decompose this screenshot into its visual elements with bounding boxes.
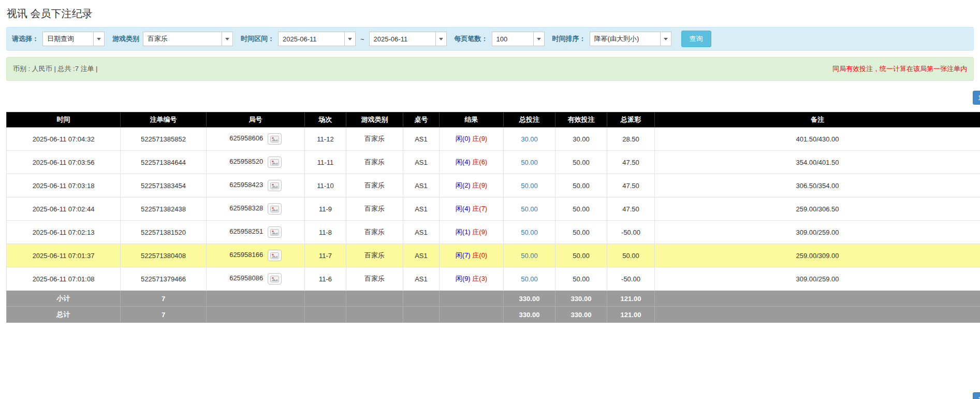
page-size-input[interactable] xyxy=(492,32,533,46)
valid-bet-notice-text: 同局有效投注，统一计算在该局第一张注单内 xyxy=(832,64,967,74)
total-bet-link[interactable]: 50.00 xyxy=(521,229,538,236)
cell-bet-id: 522571385852 xyxy=(121,127,207,151)
round-detail-icon[interactable] xyxy=(268,273,282,284)
pagination-page-1[interactable]: 1 xyxy=(973,91,980,105)
cell-round-id: 625958251 xyxy=(207,221,305,244)
table-row: 2025-06-11 07:04:32522571385852625958606… xyxy=(7,127,980,151)
total-bet-link[interactable]: 50.00 xyxy=(521,205,538,213)
round-detail-icon[interactable] xyxy=(268,250,282,261)
dice-image-icon xyxy=(270,229,279,236)
total-bet-link[interactable]: 50.00 xyxy=(521,182,538,190)
date-from-dropdown-arrow[interactable] xyxy=(344,32,356,46)
total-bet-link[interactable]: 30.00 xyxy=(521,135,538,143)
result-banker: 庄(7) xyxy=(472,205,487,212)
date-to-input[interactable] xyxy=(369,32,435,46)
total-bet-link[interactable]: 50.00 xyxy=(521,252,538,260)
column-header: 总派彩 xyxy=(607,112,655,127)
cell-table-no: AS1 xyxy=(403,244,440,267)
pagination-top: 1 xyxy=(0,81,980,112)
cell-session: 11-12 xyxy=(305,127,346,151)
cell-result: 闲(7) 庄(0) xyxy=(440,244,504,267)
cell-total-bet: 50.00 xyxy=(504,244,555,267)
date-type-select[interactable] xyxy=(42,32,93,46)
round-detail-icon[interactable] xyxy=(268,156,282,168)
cell-time: 2025-06-11 07:01:08 xyxy=(7,267,121,291)
column-header: 场次 xyxy=(305,112,346,127)
cell-game-type: 百家乐 xyxy=(346,174,403,197)
cell-game-type: 百家乐 xyxy=(346,244,403,267)
cell-payout: 47.50 xyxy=(607,174,655,197)
search-button[interactable]: 查询 xyxy=(681,31,711,47)
date-from-input[interactable] xyxy=(278,32,344,46)
cell-table-no: AS1 xyxy=(403,174,440,197)
cell-payout: 47.50 xyxy=(607,151,655,174)
cell-valid-bet: 50.00 xyxy=(555,197,607,221)
cell-valid-bet: 30.00 xyxy=(555,127,607,151)
cell-session: 11-7 xyxy=(305,244,346,267)
round-detail-icon[interactable] xyxy=(268,133,282,145)
cell-result: 闲(0) 庄(9) xyxy=(440,127,504,151)
table-row: 2025-06-11 07:03:56522571384644625958520… xyxy=(7,151,980,174)
cell-round-id: 625958606 xyxy=(207,127,305,151)
cell-payout: -50.00 xyxy=(607,221,655,244)
cell-session: 11-10 xyxy=(305,174,346,197)
table-row: 2025-06-11 07:01:08522571379466625958086… xyxy=(7,267,980,291)
date-type-dropdown-arrow[interactable] xyxy=(93,32,105,46)
result-banker: 庄(9) xyxy=(472,181,487,189)
table-row: 2025-06-11 07:02:44522571382438625958328… xyxy=(7,197,980,221)
select-type-label: 请选择： xyxy=(12,34,39,44)
total-bet-link[interactable]: 50.00 xyxy=(521,159,538,166)
round-detail-icon[interactable] xyxy=(268,203,282,215)
cell-valid-bet: 50.00 xyxy=(555,174,607,197)
cell-bet-id: 522571382438 xyxy=(121,197,207,221)
cell-remark: 401.50/430.00 xyxy=(655,127,980,151)
date-to-dropdown-arrow[interactable] xyxy=(435,32,447,46)
footer-valid-bet: 330.00 xyxy=(555,291,607,307)
result-banker: 庄(6) xyxy=(472,158,487,166)
bet-records-table: 时间注单编号局号场次游戏类别桌号结果总投注有效投注总派彩备注 2025-06-1… xyxy=(6,112,980,323)
cell-total-bet: 50.00 xyxy=(504,151,555,174)
page-size-dropdown-arrow[interactable] xyxy=(533,32,545,46)
chevron-down-icon xyxy=(439,38,443,40)
cell-result: 闲(4) 庄(6) xyxy=(440,151,504,174)
date-type-combo xyxy=(42,32,105,46)
cell-time: 2025-06-11 07:02:13 xyxy=(7,221,121,244)
total-row: 总计7330.00330.00121.00 xyxy=(7,307,980,323)
cell-result: 闲(1) 庄(9) xyxy=(440,221,504,244)
footer-total-bet: 330.00 xyxy=(504,291,555,307)
pagination-page-1-bottom[interactable]: 1 xyxy=(973,392,980,399)
cell-result: 闲(4) 庄(7) xyxy=(440,197,504,221)
cell-bet-id: 522571384644 xyxy=(121,151,207,174)
cell-table-no: AS1 xyxy=(403,221,440,244)
column-header: 总投注 xyxy=(504,112,555,127)
cell-total-bet: 50.00 xyxy=(504,221,555,244)
result-banker: 庄(0) xyxy=(472,251,487,259)
game-type-dropdown-arrow[interactable] xyxy=(222,32,233,46)
sort-order-dropdown-arrow[interactable] xyxy=(660,32,671,46)
chevron-down-icon xyxy=(348,38,352,40)
cell-payout: 47.50 xyxy=(607,197,655,221)
cell-session: 11-11 xyxy=(305,151,346,174)
cell-payout: 50.00 xyxy=(607,244,655,267)
table-header-row: 时间注单编号局号场次游戏类别桌号结果总投注有效投注总派彩备注 xyxy=(7,112,980,127)
cell-total-bet: 50.00 xyxy=(504,267,555,291)
table-footer: 小计7330.00330.00121.00总计7330.00330.00121.… xyxy=(7,291,980,323)
sort-order-select[interactable] xyxy=(590,32,660,46)
round-detail-icon[interactable] xyxy=(268,226,282,238)
result-player: 闲(9) xyxy=(456,275,471,282)
cell-total-bet: 50.00 xyxy=(504,174,555,197)
cell-time: 2025-06-11 07:03:18 xyxy=(7,174,121,197)
result-player: 闲(2) xyxy=(456,181,471,189)
result-banker: 庄(9) xyxy=(472,228,487,236)
filter-bar: 请选择： 游戏类别 时间区间： ~ 每页笔数： 时间排序： 查询 xyxy=(6,27,974,51)
cell-bet-id: 522571379466 xyxy=(121,267,207,291)
total-bet-link[interactable]: 50.00 xyxy=(521,275,538,283)
date-range-separator: ~ xyxy=(359,35,365,43)
game-type-select[interactable] xyxy=(143,32,222,46)
footer-payout: 121.00 xyxy=(607,307,655,323)
round-detail-icon[interactable] xyxy=(268,180,282,191)
page-size-label: 每页笔数： xyxy=(455,34,488,44)
result-player: 闲(4) xyxy=(456,205,471,212)
subtotal-row: 小计7330.00330.00121.00 xyxy=(7,291,980,307)
footer-total-bet: 330.00 xyxy=(504,307,555,323)
